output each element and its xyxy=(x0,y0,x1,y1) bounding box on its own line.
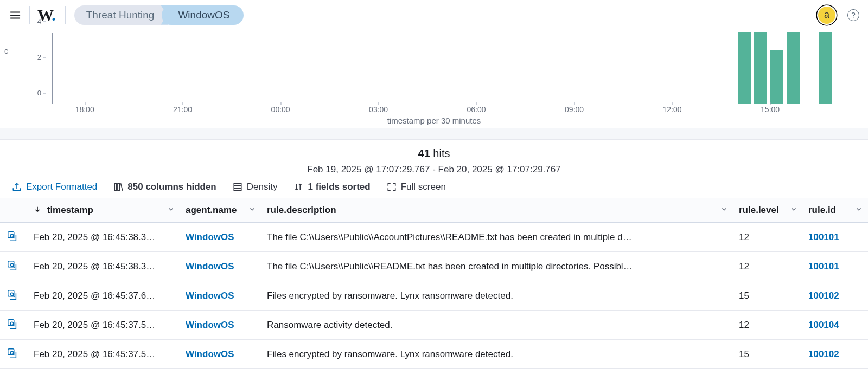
column-header-rule-id[interactable]: rule.id xyxy=(803,198,868,223)
table-row[interactable]: Feb 20, 2025 @ 16:35:11.3…WindowOSLynx r… xyxy=(0,369,868,376)
cell-rule-id[interactable]: 100102 xyxy=(803,340,868,369)
table-row[interactable]: Feb 20, 2025 @ 16:45:37.6…WindowOSFiles … xyxy=(0,281,868,311)
expand-row-button[interactable] xyxy=(5,288,20,302)
chart-x-tick: 18:00 xyxy=(75,105,94,114)
column-header-rule-level[interactable]: rule.level xyxy=(733,198,803,223)
export-button[interactable]: Export Formatted xyxy=(12,182,97,192)
table-row[interactable]: Feb 20, 2025 @ 16:45:38.3…WindowOSThe fi… xyxy=(0,252,868,281)
breadcrumb: Threat Hunting WindowOS xyxy=(74,5,244,25)
results-summary: 41 hits Feb 19, 2025 @ 17:07:29.767 - Fe… xyxy=(0,140,868,179)
panel-divider xyxy=(0,128,868,140)
cell-rule-level: 12 xyxy=(733,223,803,252)
cell-rule-description: Lynx ransomware executable detected: c:\… xyxy=(261,369,733,376)
cell-rule-id[interactable]: 100101 xyxy=(803,252,868,281)
density-button[interactable]: Density xyxy=(233,182,278,192)
column-header-expand xyxy=(0,198,28,223)
svg-rect-4 xyxy=(118,183,119,191)
chevron-down-icon xyxy=(720,205,728,216)
chart-x-tick: 00:00 xyxy=(271,105,290,114)
cell-rule-level: 12 xyxy=(733,252,803,281)
cell-rule-id[interactable]: 100102 xyxy=(803,281,868,311)
chart-x-tick: 12:00 xyxy=(663,105,682,114)
chart-x-tick: 21:00 xyxy=(173,105,192,114)
chevron-down-icon xyxy=(248,205,256,216)
table-row[interactable]: Feb 20, 2025 @ 16:45:37.5…WindowOSRansom… xyxy=(0,311,868,340)
cell-timestamp: Feb 20, 2025 @ 16:35:11.3… xyxy=(28,369,180,376)
expand-row-button[interactable] xyxy=(5,317,20,331)
cell-rule-level: 12 xyxy=(733,311,803,340)
chevron-down-icon xyxy=(167,205,175,216)
table-row[interactable]: Feb 20, 2025 @ 16:45:38.3…WindowOSThe fi… xyxy=(0,223,868,252)
column-header-timestamp[interactable]: timestamp xyxy=(28,198,180,223)
cell-agent-name[interactable]: WindowOS xyxy=(180,223,261,252)
cell-timestamp: Feb 20, 2025 @ 16:45:38.3… xyxy=(28,223,180,252)
expand-row-button[interactable] xyxy=(5,258,20,273)
table-toolbar: Export Formatted 850 columns hidden Dens… xyxy=(0,179,868,198)
results-table: timestamp agent.name rule.description ru… xyxy=(0,198,868,375)
full-screen-button[interactable]: Full screen xyxy=(387,182,446,192)
chart-x-tick: 06:00 xyxy=(467,105,486,114)
cell-rule-level: 15 xyxy=(733,340,803,369)
chevron-down-icon xyxy=(790,205,797,216)
chart-y-axis: c 024 xyxy=(26,30,41,101)
cell-rule-description: The file C:\\Users\\Public\\README.txt h… xyxy=(261,252,733,281)
cell-agent-name[interactable]: WindowOS xyxy=(180,252,261,281)
cell-rule-id[interactable]: 100104 xyxy=(803,311,868,340)
time-range-label: Feb 19, 2025 @ 17:07:29.767 - Feb 20, 20… xyxy=(0,164,868,175)
cell-rule-id[interactable]: 100103 xyxy=(803,369,868,376)
table-row[interactable]: Feb 20, 2025 @ 16:45:37.5…WindowOSFiles … xyxy=(0,340,868,369)
menu-toggle-button[interactable] xyxy=(9,9,22,22)
svg-rect-3 xyxy=(115,183,117,191)
cell-rule-description: The file C:\\Users\\Public\\AccountPictu… xyxy=(261,223,733,252)
chart-bar[interactable] xyxy=(819,32,832,104)
user-avatar[interactable]: a xyxy=(817,5,837,25)
cell-agent-name[interactable]: WindowOS xyxy=(180,281,261,311)
column-header-agent-name[interactable]: agent.name xyxy=(180,198,261,223)
cell-rule-description: Files encrypted by ransomware. Lynx rans… xyxy=(261,281,733,311)
cell-rule-id[interactable]: 100101 xyxy=(803,223,868,252)
chart-bar[interactable] xyxy=(787,32,800,104)
chart-x-tick: 15:00 xyxy=(761,105,780,114)
chart-bar[interactable] xyxy=(754,32,767,104)
svg-rect-6 xyxy=(234,183,241,191)
hit-count: 41 hits xyxy=(0,147,868,160)
cell-agent-name[interactable]: WindowOS xyxy=(180,369,261,376)
column-header-rule-description[interactable]: rule.description xyxy=(261,198,733,223)
fields-sorted-button[interactable]: 1 fields sorted xyxy=(293,182,370,192)
cell-timestamp: Feb 20, 2025 @ 16:45:37.5… xyxy=(28,311,180,340)
chart-x-axis-label: timestamp per 30 minutes xyxy=(11,116,857,125)
chart-x-tick: 09:00 xyxy=(565,105,584,114)
svg-line-5 xyxy=(121,183,123,191)
cell-rule-level: 15 xyxy=(733,369,803,376)
breadcrumb-item-threat-hunting[interactable]: Threat Hunting xyxy=(74,5,169,25)
cell-rule-description: Ransomware activity detected. xyxy=(261,311,733,340)
cell-timestamp: Feb 20, 2025 @ 16:45:38.3… xyxy=(28,252,180,281)
sort-desc-icon xyxy=(34,205,41,216)
separator xyxy=(65,6,66,24)
help-icon[interactable]: ? xyxy=(847,9,859,21)
cell-agent-name[interactable]: WindowOS xyxy=(180,340,261,369)
chart-plot-area[interactable] xyxy=(52,33,852,104)
expand-row-button[interactable] xyxy=(5,346,20,360)
histogram-chart: c 024 18:0021:0000:0003:0006:0009:0012:0… xyxy=(0,30,868,128)
cell-timestamp: Feb 20, 2025 @ 16:45:37.6… xyxy=(28,281,180,311)
cell-rule-description: Files encrypted by ransomware. Lynx rans… xyxy=(261,340,733,369)
columns-hidden-button[interactable]: 850 columns hidden xyxy=(113,182,216,192)
table-header-row: timestamp agent.name rule.description ru… xyxy=(0,198,868,223)
chart-x-tick: 03:00 xyxy=(369,105,388,114)
breadcrumb-item-windowos[interactable]: WindowOS xyxy=(162,5,244,25)
cell-rule-level: 15 xyxy=(733,281,803,311)
cell-agent-name[interactable]: WindowOS xyxy=(180,311,261,340)
expand-row-button[interactable] xyxy=(5,229,20,243)
chart-bar[interactable] xyxy=(738,32,751,104)
chevron-down-icon xyxy=(855,205,863,216)
chart-x-axis: 18:0021:0000:0003:0006:0009:0012:0015:00 xyxy=(52,103,852,115)
cell-timestamp: Feb 20, 2025 @ 16:45:37.5… xyxy=(28,340,180,369)
chart-y-axis-label: c xyxy=(4,47,8,55)
chart-bar[interactable] xyxy=(770,50,783,104)
top-bar: W. Threat Hunting WindowOS a ? xyxy=(0,0,868,30)
